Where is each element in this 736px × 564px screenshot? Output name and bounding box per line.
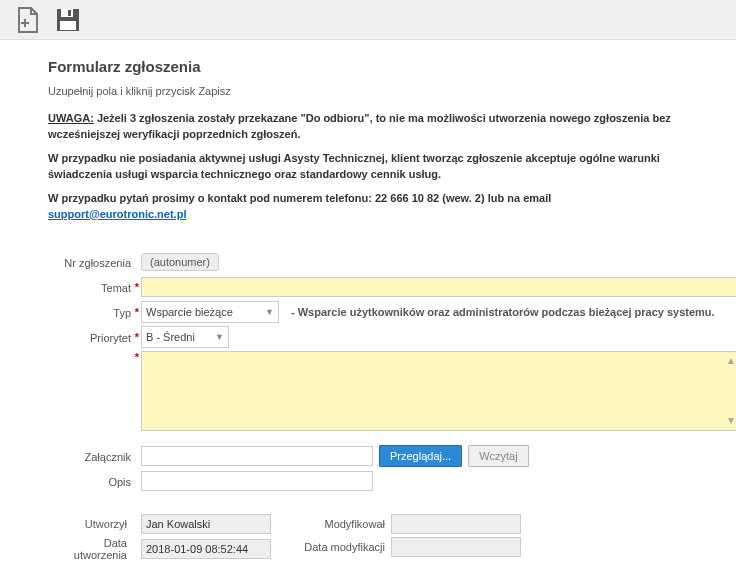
label-modyfikowal: Modyfikował bbox=[271, 518, 391, 530]
notice-contact: W przypadku pytań prosimy o kontakt pod … bbox=[48, 191, 716, 223]
svg-rect-2 bbox=[68, 10, 71, 16]
contact-text: W przypadku pytań prosimy o kontakt pod … bbox=[48, 192, 551, 204]
toolbar bbox=[0, 0, 736, 40]
chevron-down-icon: ▼ bbox=[215, 332, 224, 342]
attachment-path-input[interactable] bbox=[141, 446, 373, 466]
new-file-plus-icon[interactable] bbox=[14, 6, 42, 34]
priorytet-selected: B - Średni bbox=[146, 331, 195, 343]
temat-input[interactable] bbox=[141, 277, 736, 297]
label-typ: Typ bbox=[48, 304, 133, 319]
required-marker: * bbox=[133, 351, 141, 363]
save-floppy-icon[interactable] bbox=[54, 6, 82, 34]
page-subtitle: Uzupełnij pola i kliknij przycisk Zapisz bbox=[48, 85, 716, 97]
svg-rect-1 bbox=[61, 9, 73, 17]
label-data-modyfikacji: Data modyfikacji bbox=[271, 541, 391, 553]
uwaga-label: UWAGA: bbox=[48, 112, 94, 124]
required-marker: * bbox=[133, 281, 141, 293]
label-utworzyl: Utworzył bbox=[48, 518, 133, 530]
support-email-link[interactable]: support@eurotronic.net.pl bbox=[48, 208, 186, 220]
utworzyl-value bbox=[141, 514, 271, 534]
browse-button[interactable]: Przeglądaj... bbox=[379, 445, 462, 467]
notice-uwaga: UWAGA: Jeżeli 3 zgłoszenia zostały przek… bbox=[48, 111, 716, 143]
modyfikowal-value bbox=[391, 514, 521, 534]
notice-terms: W przypadku nie posiadania aktywnej usłu… bbox=[48, 151, 716, 183]
label-priorytet: Priorytet bbox=[48, 329, 133, 344]
description-textarea[interactable] bbox=[141, 351, 736, 431]
label-zalacznik: Załącznik bbox=[48, 448, 133, 463]
page-title: Formularz zgłoszenia bbox=[48, 58, 716, 75]
typ-select[interactable]: Wsparcie bieżące ▼ bbox=[141, 301, 279, 323]
load-button[interactable]: Wczytaj bbox=[468, 445, 529, 467]
typ-selected: Wsparcie bieżące bbox=[146, 306, 233, 318]
priorytet-select[interactable]: B - Średni ▼ bbox=[141, 326, 229, 348]
label-temat: Temat bbox=[48, 279, 133, 294]
nr-autovalue: (autonumer) bbox=[141, 253, 219, 271]
uwaga-text: Jeżeli 3 zgłoszenia zostały przekazane "… bbox=[48, 112, 671, 140]
form: Nr zgłoszenia (autonumer) Temat * Typ * … bbox=[48, 251, 716, 564]
svg-rect-3 bbox=[60, 21, 76, 30]
content-area: Formularz zgłoszenia Uzupełnij pola i kl… bbox=[0, 40, 736, 564]
label-opis: Opis bbox=[48, 473, 133, 488]
typ-hint: - Wsparcie użytkowników oraz administrat… bbox=[291, 306, 715, 318]
required-marker: * bbox=[133, 306, 141, 318]
chevron-down-icon: ▼ bbox=[265, 307, 274, 317]
data-utworzenia-value bbox=[141, 539, 271, 559]
data-modyfikacji-value bbox=[391, 537, 521, 557]
label-nr: Nr zgłoszenia bbox=[48, 254, 133, 269]
required-marker: * bbox=[133, 331, 141, 343]
label-data-utworzenia: Data utworzenia bbox=[48, 537, 133, 561]
opis-input[interactable] bbox=[141, 471, 373, 491]
